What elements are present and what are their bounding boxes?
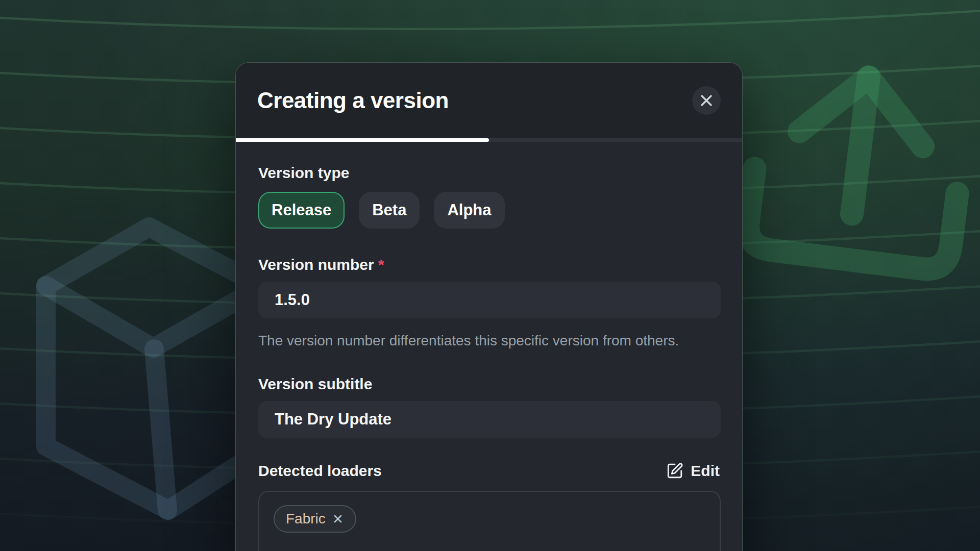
page: Creating a version Version type Release … bbox=[0, 0, 980, 551]
version-type-release-button[interactable]: Release bbox=[258, 192, 345, 229]
loader-chip-fabric: Fabric bbox=[274, 505, 356, 533]
version-number-help: The version number differentiates this s… bbox=[258, 330, 702, 352]
square-pen-icon bbox=[666, 462, 683, 480]
detected-loaders-label: Detected loaders bbox=[258, 461, 382, 481]
create-version-modal: Creating a version Version type Release … bbox=[235, 62, 743, 551]
close-button[interactable] bbox=[692, 86, 721, 115]
detected-loaders-box: Fabric bbox=[258, 491, 721, 551]
remove-loader-button[interactable] bbox=[332, 513, 344, 525]
close-icon bbox=[698, 92, 715, 109]
version-type-options: Release Beta Alpha bbox=[258, 192, 720, 229]
version-subtitle-input[interactable] bbox=[258, 401, 721, 438]
detected-loaders-row: Detected loaders Edit bbox=[258, 461, 720, 481]
modal-title: Creating a version bbox=[257, 88, 449, 113]
loader-chip-label: Fabric bbox=[286, 511, 326, 527]
version-number-input[interactable] bbox=[258, 282, 721, 318]
version-type-beta-button[interactable]: Beta bbox=[359, 192, 420, 229]
version-subtitle-label: Version subtitle bbox=[258, 374, 720, 394]
modal-header: Creating a version bbox=[236, 63, 742, 138]
version-type-label: Version type bbox=[258, 163, 720, 183]
edit-label: Edit bbox=[691, 462, 720, 480]
version-number-label-text: Version number bbox=[258, 256, 374, 273]
modal-body: Version type Release Beta Alpha Version … bbox=[236, 142, 742, 551]
version-type-alpha-button[interactable]: Alpha bbox=[434, 192, 504, 229]
progress-bar bbox=[236, 138, 742, 142]
required-asterisk: * bbox=[378, 256, 384, 273]
version-number-label: Version number* bbox=[258, 255, 720, 274]
progress-bar-fill bbox=[236, 138, 489, 142]
edit-loaders-button[interactable]: Edit bbox=[666, 462, 720, 480]
remove-icon bbox=[332, 513, 344, 525]
